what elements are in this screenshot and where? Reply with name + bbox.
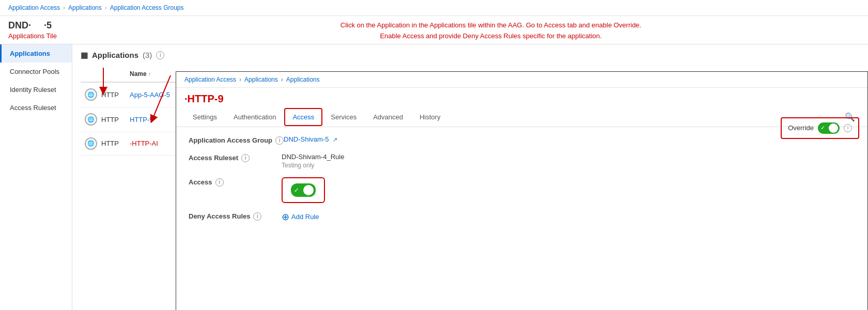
- row3-globe: 🌐: [81, 137, 97, 150]
- tab-advanced[interactable]: Advanced: [365, 108, 411, 127]
- access-label: Access i: [189, 177, 282, 187]
- row2-globe: 🌐: [81, 113, 97, 126]
- app-link-3[interactable]: -HTTP-AI: [130, 140, 158, 147]
- tab-history[interactable]: History: [411, 108, 448, 127]
- row1-globe: 🌐: [81, 88, 97, 101]
- plus-icon: ⊕: [282, 211, 289, 223]
- tab-access[interactable]: Access: [284, 108, 322, 126]
- aag-label: Application Access Group i: [189, 135, 284, 145]
- access-toggle-container: [282, 177, 325, 203]
- access-info-icon[interactable]: i: [215, 178, 224, 187]
- tab-authentication[interactable]: Authentication: [225, 108, 284, 127]
- sidebar-item-applications[interactable]: Applications: [0, 44, 72, 63]
- aag-link[interactable]: DND-Shivam-5: [284, 135, 329, 143]
- row1-type: HTTP: [97, 91, 126, 99]
- overlay-title-text: ·HTTP-9: [184, 93, 224, 104]
- add-rule-button[interactable]: ⊕ Add Rule: [282, 211, 319, 223]
- overlay-panel: Application Access › Applications › Appl…: [176, 71, 868, 310]
- breadcrumb: Application Access › Applications › Appl…: [0, 0, 868, 16]
- app-link-2[interactable]: HTTP-9: [130, 116, 153, 123]
- sidebar: Applications Connector Pools Identity Ru…: [0, 44, 72, 310]
- access-content: Application Access Group i DND-Shivam-5 …: [176, 127, 867, 310]
- access-toggle-row: [282, 177, 325, 203]
- ruleset-value: DND-Shivam-4_Rule Testing only: [282, 153, 344, 169]
- sidebar-item-access-ruleset[interactable]: Access Ruleset: [0, 99, 72, 117]
- add-rule-label: Add Rule: [291, 213, 319, 221]
- ruleset-label: Access Ruleset i: [189, 153, 282, 162]
- override-toggle[interactable]: [818, 122, 840, 134]
- sidebar-item-connector-pools[interactable]: Connector Pools: [0, 63, 72, 81]
- aag-value: DND-Shivam-5 ↗: [284, 135, 337, 143]
- access-field-row: Access i: [189, 177, 855, 203]
- access-toggle[interactable]: [291, 183, 316, 197]
- dnd-title: DND· ·5: [8, 20, 52, 31]
- overlay-bc-app-access[interactable]: Application Access: [184, 76, 236, 83]
- ruleset-info-icon[interactable]: i: [241, 154, 250, 162]
- tabs-bar: Settings Authentication Access Services …: [176, 108, 867, 127]
- override-info-icon[interactable]: i: [844, 124, 852, 132]
- overlay-title: ·HTTP-9: [176, 88, 867, 108]
- ruleset-field-row: Access Ruleset i DND-Shivam-4_Rule Testi…: [189, 153, 855, 169]
- globe-icon-1: 🌐: [85, 88, 97, 101]
- override-label: Override: [788, 124, 814, 132]
- apps-title: Applications: [92, 51, 138, 59]
- breadcrumb-aag[interactable]: Application Access Groups: [110, 4, 184, 11]
- access-toggle-knob: [303, 185, 314, 195]
- apps-info-icon[interactable]: i: [156, 51, 164, 59]
- external-link-icon[interactable]: ↗: [333, 136, 337, 143]
- annotation-tile-label: Applications Tile: [8, 32, 57, 40]
- app-link-1[interactable]: App-5-AAG-5: [130, 91, 170, 99]
- sort-arrow: ↑: [148, 71, 151, 77]
- globe-icon-3: 🌐: [85, 137, 97, 150]
- main-layout: Applications Connector Pools Identity Ru…: [0, 44, 868, 310]
- content-area: ▦ Applications (3) i Name ↑ Destinations…: [72, 44, 868, 310]
- deny-rules-info-icon[interactable]: i: [253, 212, 261, 221]
- col-type-header: [97, 70, 126, 78]
- sidebar-item-identity-ruleset[interactable]: Identity Ruleset: [0, 81, 72, 99]
- toggle-knob: [829, 123, 838, 133]
- row2-type: HTTP: [97, 116, 126, 123]
- overlay-bc-applications[interactable]: Applications: [244, 76, 278, 83]
- apps-count: (3): [143, 51, 152, 59]
- globe-icon-2: 🌐: [85, 113, 97, 126]
- deny-rules-field-row: Deny Access Rules i ⊕ Add Rule: [189, 211, 855, 223]
- deny-rules-label: Deny Access Rules i: [189, 211, 282, 221]
- tab-services[interactable]: Services: [322, 108, 365, 127]
- apps-icon: ▦: [81, 51, 88, 60]
- breadcrumb-applications[interactable]: Applications: [68, 4, 102, 11]
- aag-info-icon[interactable]: i: [275, 136, 284, 145]
- apps-header: ▦ Applications (3) i: [81, 51, 343, 60]
- annotation-main: Click on the Application in the Applicat…: [122, 20, 860, 42]
- overlay-breadcrumb: Application Access › Applications › Appl…: [176, 72, 867, 88]
- aag-field-row: Application Access Group i DND-Shivam-5 …: [189, 135, 855, 145]
- annotation-bar: DND· ·5 Applications Tile Click on the A…: [0, 16, 868, 44]
- override-section: Override i: [781, 117, 859, 139]
- row3-type: HTTP: [97, 140, 126, 147]
- deny-rules-value: ⊕ Add Rule: [282, 211, 319, 223]
- ruleset-sub: Testing only: [282, 162, 344, 169]
- ruleset-name: DND-Shivam-4_Rule: [282, 153, 344, 161]
- tab-settings[interactable]: Settings: [184, 108, 225, 127]
- overlay-bc-current[interactable]: Applications: [286, 76, 320, 83]
- col-icon-header: [81, 70, 97, 78]
- breadcrumb-app-access[interactable]: Application Access: [8, 4, 60, 11]
